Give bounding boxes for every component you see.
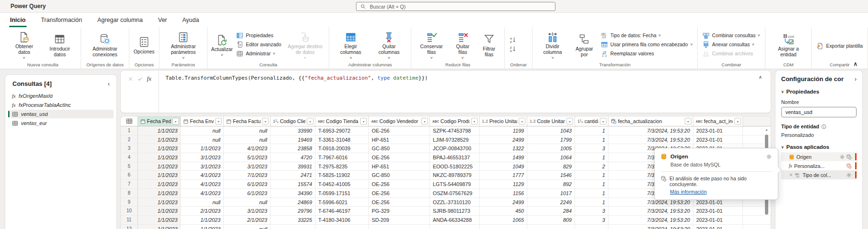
queries-collapse-button[interactable]: ‹ <box>107 80 111 87</box>
cell-fecha-factura[interactable]: 3/1/2023 <box>224 207 271 215</box>
query-item-fxprocesartablaactinc[interactable]: fxfxProcesarTablaActInc <box>10 101 114 109</box>
cell-codigo-producto[interactable]: SZPK-47453798 <box>430 126 480 135</box>
cell-coste-unitario[interactable]: 1005 <box>527 144 575 153</box>
cell-precio-unitario[interactable]: 1499 <box>480 153 527 162</box>
cell-codigo-tienda[interactable]: T-4180-34106 <box>315 216 369 224</box>
editor-avanzado-button[interactable]: Editor avanzado <box>236 41 281 48</box>
applied-step-tipo-de-col[interactable]: ABC123Tipo de col... <box>781 170 857 179</box>
cell-fecha-envio[interactable]: 1/1/2023 <box>181 225 224 229</box>
cell-fecha-factura[interactable]: 5/1/2023 <box>224 153 271 162</box>
applied-step-origen[interactable]: Origen <box>781 152 857 161</box>
cell-codigo-producto[interactable] <box>430 225 480 229</box>
cell-codigo-cliente[interactable] <box>271 225 315 229</box>
cell-cantidad[interactable] <box>575 225 608 229</box>
column-header-codigo-cliente[interactable]: 1²₃Codigo Cliente▾ <box>271 116 315 126</box>
cell-fecha-pedido[interactable]: 1/1/2023 <box>138 162 181 171</box>
cell-codigo-tienda[interactable]: T-6953-29072 <box>315 126 369 135</box>
row-number[interactable]: 5 <box>121 162 138 171</box>
cell-codigo-cliente[interactable]: 33225 <box>271 216 315 224</box>
cell-codigo-vendedor[interactable]: OE-256 <box>369 189 430 198</box>
ribbon-collapse-button[interactable]: ∧ <box>850 60 860 68</box>
formula-collapse-button[interactable]: ∧ <box>756 74 765 80</box>
column-header-precio-unitario[interactable]: 1.2Precio Unitario▾ <box>480 116 527 126</box>
agrupar-por-button[interactable]: Agrupar por <box>570 31 598 58</box>
cell-fecha-factura[interactable]: null <box>224 225 271 229</box>
cell-precio-unitario[interactable]: 450 <box>480 207 527 215</box>
cell-codigo-vendedor[interactable]: OE-256 <box>369 126 430 135</box>
cell-codigo-producto[interactable]: ANDA-66334288 <box>430 216 480 224</box>
cell-coste-unitario[interactable]: 892 <box>527 180 575 188</box>
cell-fecha-pedido[interactable]: 1/1/2023 <box>138 216 181 224</box>
cell-codigo-tienda[interactable]: T-5996-6021 <box>315 198 369 207</box>
cell-fecha-pedido[interactable]: 1/1/2023 <box>138 126 181 135</box>
combinar-consultas-button[interactable]: Combinar consultas∨ <box>702 32 760 39</box>
cell-fecha-act-inc[interactable]: 2023-01-01 <box>693 216 743 224</box>
column-filter-button[interactable]: ▾ <box>360 118 367 125</box>
cell-cantidad[interactable]: 1 <box>575 180 608 188</box>
usar-primera-fila-como-encabezado-button[interactable]: Usar primera fila como encabezado∨ <box>601 41 692 48</box>
opciones-button[interactable]: Opciones <box>132 34 157 55</box>
cell-fecha-pedido[interactable]: 1/1/2023 <box>138 144 181 153</box>
exportar-plantilla-button[interactable]: Exportar plantilla <box>816 42 863 50</box>
cell-precio-unitario[interactable]: 1322 <box>480 144 527 153</box>
column-header-fecha-actualizacion[interactable]: fecha_actualizacion▾ <box>608 116 693 126</box>
cell-codigo-vendedor[interactable]: HP-651 <box>369 135 430 144</box>
cell-fecha-pedido[interactable]: 1/1/2023 <box>138 180 181 188</box>
cell-codigo-cliente[interactable]: 15574 <box>271 180 315 188</box>
cell-coste-unitario[interactable]: 1017 <box>527 189 575 198</box>
column-header-fecha-factura[interactable]: Fecha Factura▾ <box>224 116 271 126</box>
cell-coste-unitario[interactable]: 829 <box>527 162 575 171</box>
column-filter-button[interactable]: ▾ <box>734 118 741 125</box>
cell-codigo-cliente[interactable]: 39931 <box>271 162 315 171</box>
cell-fecha-actualizacion[interactable]: 7/3/2024, 19:53:20 <box>608 207 693 215</box>
row-number[interactable]: 10 <box>121 207 138 215</box>
cell-cantidad[interactable]: 1 <box>575 198 608 207</box>
cell-codigo-producto[interactable]: JCOP-00843700 <box>430 144 480 153</box>
cell-coste-unitario[interactable]: 284 <box>527 207 575 215</box>
sort-za-button[interactable]: ZA <box>510 45 517 52</box>
cell-codigo-tienda[interactable]: T-6746-46197 <box>315 207 369 215</box>
column-header-codigo-tienda[interactable]: ABCCodigo Tienda▾ <box>315 116 369 126</box>
cell-precio-unitario[interactable]: 1777 <box>480 171 527 179</box>
cell-coste-unitario[interactable]: 1546 <box>527 171 575 179</box>
column-filter-button[interactable]: ▾ <box>307 118 314 125</box>
cell-codigo-tienda[interactable]: T-3361-31048 <box>315 135 369 144</box>
cell-precio-unitario[interactable]: 1156 <box>480 189 527 198</box>
cell-fecha-envio[interactable]: 3/1/2023 <box>181 153 224 162</box>
reemplazar-valores-button[interactable]: 12Reemplazar valores <box>601 50 692 57</box>
cell-fecha-envio[interactable]: null <box>181 135 224 144</box>
query-item-ventas-usd[interactable]: ventas_usd <box>10 110 114 118</box>
cell-fecha-envio[interactable]: 4/1/2023 <box>181 189 224 198</box>
cell-codigo-tienda[interactable]: T-0599-17151 <box>315 189 369 198</box>
administrar-conexiones-button[interactable]: Administrar conexiones <box>84 31 126 58</box>
db-clock-gray-button[interactable] <box>846 154 852 160</box>
cell-fecha-factura[interactable]: null <box>224 135 271 144</box>
cell-cantidad[interactable]: 1 <box>575 171 608 179</box>
column-filter-button[interactable]: ▾ <box>172 118 179 125</box>
formula-fx-button[interactable]: fx <box>147 75 151 83</box>
column-filter-button[interactable]: ▾ <box>421 118 428 125</box>
cell-codigo-vendedor[interactable]: PG-329 <box>369 207 430 215</box>
cell-coste-unitario[interactable] <box>527 225 575 229</box>
cell-coste-unitario[interactable]: 2249 <box>527 198 575 207</box>
cell-fecha-pedido[interactable]: 1/1/2023 <box>138 153 181 162</box>
cell-fecha-factura[interactable]: 4/1/2023 <box>224 144 271 153</box>
agregar-destino-de-datos-button[interactable]: Agregar destino de datos∨ <box>284 29 327 60</box>
applied-steps-section-header[interactable]: ∨ Pasos aplicados <box>781 144 857 150</box>
cell-codigo-tienda[interactable]: T-7967-6016 <box>315 153 369 162</box>
tab-ver[interactable]: Ver <box>158 13 167 27</box>
filtrar-filas-button[interactable]: Filtrar filas <box>476 31 502 58</box>
cell-cantidad[interactable]: 3 <box>575 216 608 224</box>
cell-codigo-vendedor[interactable]: HP-651 <box>369 162 430 171</box>
tab-inicio[interactable]: Inicio <box>10 13 26 27</box>
cell-fecha-act-inc[interactable]: 2023-01-01 <box>693 126 743 135</box>
cell-cantidad[interactable]: 2 <box>575 162 608 171</box>
search-input[interactable] <box>369 3 551 10</box>
properties-section-header[interactable]: ∨ Propiedades <box>781 89 857 94</box>
cell-codigo-producto[interactable]: LGTS-54409879 <box>430 180 480 188</box>
query-item-ventas-eur[interactable]: ventas_eur <box>10 119 114 127</box>
step-settings-gear-button[interactable] <box>766 153 772 160</box>
cell-precio-unitario[interactable]: 1049 <box>480 162 527 171</box>
cell-codigo-vendedor[interactable]: SD-209 <box>369 216 430 224</box>
cell-fecha-envio[interactable]: null <box>181 126 224 135</box>
